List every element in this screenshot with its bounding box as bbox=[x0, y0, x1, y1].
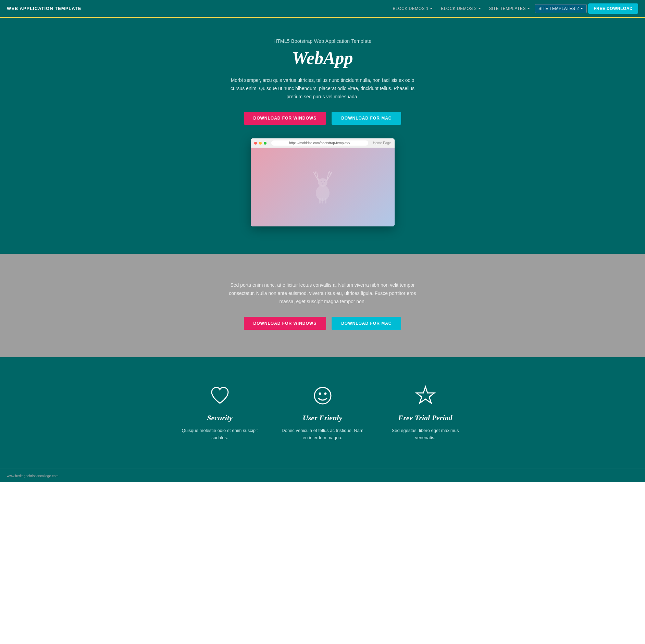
svg-point-9 bbox=[319, 393, 321, 394]
svg-point-10 bbox=[325, 393, 326, 394]
gray-download-windows-button[interactable]: DOWNLOAD FOR WINDOWS bbox=[244, 317, 326, 330]
navbar-nav: BLOCK DEMOS 1 BLOCK DEMOS 2 SITE TEMPLAT… bbox=[389, 3, 638, 14]
nav-link-site-templates-2[interactable]: SITE TEMPLATES 2 bbox=[535, 4, 587, 13]
feature-user-friendly-title: User Frienly bbox=[282, 413, 364, 422]
feature-security: Security Quisque molestie odio et enim s… bbox=[179, 385, 261, 442]
nav-item-site-templates-2[interactable]: SITE TEMPLATES 2 bbox=[535, 4, 587, 13]
nav-item-site-templates[interactable]: SITE TEMPLATES bbox=[486, 4, 533, 13]
caret-icon-2 bbox=[478, 8, 481, 9]
browser-content bbox=[251, 148, 395, 226]
svg-rect-5 bbox=[319, 198, 321, 203]
hero-section: HTML5 Bootstrap Web Application Template… bbox=[0, 18, 645, 254]
gray-download-mac-button[interactable]: DOWNLOAD FOR MAC bbox=[332, 317, 401, 330]
svg-point-2 bbox=[324, 181, 325, 182]
gray-section: Sed porta enim nunc, at efficitur lectus… bbox=[0, 254, 645, 357]
browser-mockup: https://mobirise.com/bootstrap-template/… bbox=[251, 138, 395, 226]
hero-buttons: DOWNLOAD FOR WINDOWS DOWNLOAD FOR MAC bbox=[7, 112, 638, 125]
nav-link-site-templates[interactable]: SITE TEMPLATES bbox=[486, 4, 533, 13]
browser-bar: https://mobirise.com/bootstrap-template/… bbox=[251, 138, 395, 148]
nav-link-block-demos-1[interactable]: BLOCK DEMOS 1 bbox=[389, 4, 436, 13]
feature-free-trial-description: Sed egestas, libero eget maximus venenat… bbox=[384, 427, 467, 442]
browser-home: Home Page bbox=[373, 141, 391, 145]
hero-title: WebApp bbox=[7, 48, 638, 68]
feature-security-description: Quisque molestie odio et enim suscipit s… bbox=[179, 427, 261, 442]
navbar: WEB APPLICATION TEMPLATE BLOCK DEMOS 1 B… bbox=[0, 0, 645, 18]
hero-description: Morbi semper, arcu quis varius ultricies… bbox=[227, 76, 419, 101]
feature-user-friendly-description: Donec vehicula et tellus ac tristique. N… bbox=[282, 427, 364, 442]
browser-dot-green bbox=[264, 142, 266, 145]
download-mac-button[interactable]: DOWNLOAD FOR MAC bbox=[332, 112, 401, 125]
nav-link-block-demos-2[interactable]: BLOCK DEMOS 2 bbox=[437, 4, 484, 13]
feature-user-friendly: User Frienly Donec vehicula et tellus ac… bbox=[282, 385, 364, 442]
navbar-brand: WEB APPLICATION TEMPLATE bbox=[7, 6, 81, 11]
svg-point-1 bbox=[320, 181, 321, 182]
gray-section-description: Sed porta enim nunc, at efficitur lectus… bbox=[227, 281, 419, 306]
svg-rect-7 bbox=[325, 198, 326, 203]
caret-icon-4 bbox=[580, 8, 583, 9]
svg-rect-6 bbox=[321, 198, 323, 203]
download-windows-button[interactable]: DOWNLOAD FOR WINDOWS bbox=[244, 112, 326, 125]
features-grid: Security Quisque molestie odio et enim s… bbox=[169, 385, 477, 442]
footer-url: www.heritagechristiancollege.com bbox=[7, 474, 59, 478]
footer: www.heritagechristiancollege.com bbox=[0, 469, 645, 482]
browser-dot-yellow bbox=[259, 142, 262, 145]
feature-security-title: Security bbox=[179, 413, 261, 422]
caret-icon bbox=[430, 8, 433, 9]
deer-illustration bbox=[309, 169, 336, 205]
svg-point-3 bbox=[321, 184, 323, 185]
nav-item-block-demos-2[interactable]: BLOCK DEMOS 2 bbox=[437, 4, 484, 13]
svg-marker-11 bbox=[417, 387, 434, 403]
features-section: Security Quisque molestie odio et enim s… bbox=[0, 357, 645, 469]
feature-free-trial: Free Trial Period Sed egestas, libero eg… bbox=[384, 385, 467, 442]
heart-icon bbox=[209, 385, 231, 407]
feature-free-trial-title: Free Trial Period bbox=[384, 413, 467, 422]
browser-url: https://mobirise.com/bootstrap-template/ bbox=[271, 140, 368, 146]
nav-item-block-demos-1[interactable]: BLOCK DEMOS 1 bbox=[389, 4, 436, 13]
caret-icon-3 bbox=[527, 8, 530, 9]
svg-point-8 bbox=[314, 387, 331, 404]
browser-dot-red bbox=[254, 142, 257, 145]
star-icon bbox=[414, 385, 436, 407]
gray-section-buttons: DOWNLOAD FOR WINDOWS DOWNLOAD FOR MAC bbox=[7, 317, 638, 330]
hero-subtitle: HTML5 Bootstrap Web Application Template bbox=[7, 38, 638, 44]
free-download-button[interactable]: FREE DOWNLOAD bbox=[588, 3, 638, 14]
smiley-icon bbox=[312, 385, 334, 407]
